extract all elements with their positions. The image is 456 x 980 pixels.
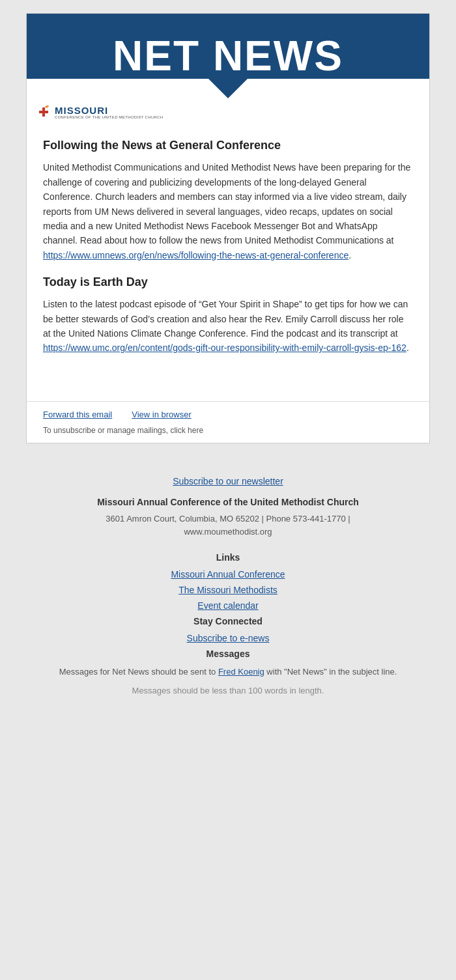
content-area: Following the News at General Conference…: [27, 126, 429, 387]
card-footer: Forward this email View in browser To un…: [27, 401, 429, 443]
forward-email-link[interactable]: Forward this email: [43, 410, 112, 419]
messages-heading: Messages: [26, 649, 430, 659]
subscribe-newsletter-link[interactable]: Subscribe to our newsletter: [26, 476, 430, 486]
view-browser-link[interactable]: View in browser: [132, 410, 192, 419]
article-1-title: Following the News at General Conference: [43, 139, 413, 152]
bottom-section: Subscribe to our newsletter Missouri Ann…: [0, 456, 456, 715]
header-banner: NET NEWS: [27, 14, 429, 79]
article-earth-day: Today is Earth Day Listen to the latest …: [43, 275, 413, 356]
address-line1: 3601 Amron Court, Columbia, MO 65202 | P…: [106, 514, 350, 524]
missouri-text-block: MISSOURI CONFERENCE OF THE UNITED METHOD…: [55, 105, 163, 119]
links-heading: Links: [26, 552, 430, 563]
article-2-title: Today is Earth Day: [43, 275, 413, 289]
card-footer-links: Forward this email View in browser: [43, 410, 413, 419]
fred-koenig-link[interactable]: Fred Koenig: [218, 667, 264, 677]
logo-area: MISSOURI CONFERENCE OF THE UNITED METHOD…: [27, 98, 429, 126]
article-1-body: United Methodist Communications and Unit…: [43, 160, 413, 262]
address-line2: www.moumethodist.org: [184, 527, 272, 537]
missouri-logo: MISSOURI CONFERENCE OF THE UNITED METHOD…: [36, 105, 163, 119]
article-2-link[interactable]: https://www.umc.org/en/content/gods-gift…: [43, 343, 406, 353]
messages-note: Messages should be less than 100 words i…: [26, 686, 430, 695]
missouri-main-text: MISSOURI: [55, 105, 163, 115]
unsubscribe-text: To unsubscribe or manage mailings, click…: [43, 426, 413, 435]
article-2-body: Listen to the latest podcast episode of …: [43, 297, 413, 356]
stay-connected-heading: Stay Connected: [26, 616, 430, 626]
subscribe-enews-link[interactable]: Subscribe to e-news: [26, 633, 430, 643]
svg-rect-1: [39, 111, 48, 113]
missouri-methodists-link[interactable]: The Missouri Methodists: [26, 585, 430, 595]
messages-text: Messages for Net News should be sent to …: [26, 665, 430, 679]
header-triangle-decoration: [208, 79, 248, 98]
email-card: NET NEWS MISSOURI CONFERENCE OF THE UNIT…: [26, 13, 430, 443]
missouri-annual-conference-link[interactable]: Missouri Annual Conference: [26, 569, 430, 580]
article-1-link[interactable]: https://www.umnews.org/en/news/following…: [43, 250, 349, 260]
org-address: 3601 Amron Court, Columbia, MO 65202 | P…: [26, 512, 430, 540]
event-calendar-link[interactable]: Event calendar: [26, 600, 430, 611]
org-name: Missouri Annual Conference of the United…: [26, 497, 430, 507]
newsletter-title: NET NEWS: [40, 33, 416, 79]
article-general-conference: Following the News at General Conference…: [43, 139, 413, 262]
cross-flame-icon: [36, 105, 51, 119]
missouri-sub-text: CONFERENCE OF THE UNITED METHODIST CHURC…: [55, 115, 163, 119]
